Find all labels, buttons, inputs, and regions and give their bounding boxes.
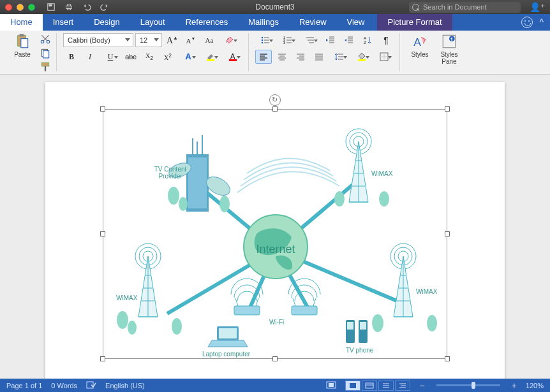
align-right-icon[interactable]	[292, 50, 309, 64]
bold-button[interactable]: B	[63, 50, 80, 64]
format-painter-icon[interactable]	[40, 61, 51, 73]
focus-mode-icon[interactable]	[326, 381, 336, 390]
diagram-center-label: Internet	[256, 243, 295, 256]
shrink-font-icon[interactable]: A▼	[182, 33, 199, 47]
search-input[interactable]: Search in Document	[409, 2, 521, 13]
styles-pane-button[interactable]: ¶ Styles Pane	[436, 33, 463, 71]
highlight-color-icon[interactable]	[200, 50, 221, 64]
subscript-button[interactable]: X2	[141, 50, 158, 64]
svg-text:¶: ¶	[450, 37, 453, 41]
paste-label: Paste	[14, 51, 31, 58]
outline-view-icon[interactable]	[378, 381, 394, 391]
strikethrough-button[interactable]: abc	[123, 50, 139, 64]
cut-icon[interactable]	[40, 33, 51, 45]
font-size-select[interactable]: 12	[135, 33, 162, 47]
zoom-percent[interactable]: 120%	[526, 382, 544, 389]
diagram-label-tvphone: TV phone	[346, 347, 373, 354]
svg-point-54	[219, 196, 230, 212]
zoom-slider[interactable]	[436, 384, 500, 386]
diagram-label-wifi: Wi-Fi	[269, 319, 284, 326]
tab-mailings[interactable]: Mailings	[238, 14, 289, 31]
borders-icon[interactable]	[374, 50, 394, 64]
rotate-handle[interactable]	[269, 94, 281, 106]
align-left-icon[interactable]	[255, 50, 272, 64]
group-font: Calibri (Body) 12 A▲ A▼ Aa A B I U abc X…	[58, 33, 249, 71]
draft-view-icon[interactable]	[395, 381, 410, 391]
increase-indent-icon[interactable]	[341, 33, 357, 47]
copy-icon[interactable]	[40, 47, 51, 59]
status-language[interactable]: English (US)	[105, 382, 145, 389]
tab-view[interactable]: View	[337, 14, 375, 31]
tab-references[interactable]: References	[175, 14, 238, 31]
svg-rect-12	[41, 62, 48, 66]
grow-font-icon[interactable]: A▲	[164, 33, 181, 47]
decrease-indent-icon[interactable]	[322, 33, 339, 47]
zoom-in-button[interactable]: +	[512, 381, 517, 391]
diagram-label-wimax-bl: WiMAX	[116, 294, 137, 301]
quick-access-toolbar	[45, 1, 110, 13]
svg-text:Z: Z	[364, 41, 366, 45]
document-canvas[interactable]: Internet	[0, 75, 550, 379]
line-spacing-icon[interactable]	[329, 50, 350, 64]
web-layout-view-icon[interactable]	[362, 381, 377, 391]
svg-point-56	[128, 321, 137, 335]
italic-button[interactable]: I	[82, 50, 98, 64]
spellcheck-icon[interactable]	[86, 381, 96, 391]
window-controls	[5, 4, 35, 11]
svg-rect-1	[49, 4, 52, 7]
align-center-icon[interactable]	[274, 50, 290, 64]
svg-rect-11	[43, 51, 49, 58]
ribbon: Paste Calibri (Body) 12 A▲ A▼ Aa A B I U…	[0, 31, 550, 75]
svg-rect-17	[229, 59, 237, 61]
svg-rect-3	[67, 4, 70, 6]
svg-rect-69	[219, 328, 237, 338]
svg-rect-65	[292, 306, 317, 315]
titlebar: Document3 Search in Document 👤⁺	[0, 0, 550, 14]
save-icon[interactable]	[45, 1, 57, 13]
tab-review[interactable]: Review	[289, 14, 337, 31]
svg-rect-71	[347, 322, 353, 330]
collapse-ribbon-icon[interactable]: ^	[539, 17, 544, 27]
clear-formatting-icon[interactable]: A	[219, 33, 240, 47]
bullets-icon[interactable]	[255, 33, 276, 47]
minimize-window[interactable]	[17, 4, 24, 11]
numbering-icon[interactable]: 123	[278, 33, 298, 47]
selected-picture[interactable]: Internet	[103, 109, 447, 359]
zoom-out-button[interactable]: −	[419, 381, 424, 391]
font-name-select[interactable]: Calibri (Body)	[63, 33, 133, 47]
show-marks-icon[interactable]: ¶	[378, 33, 394, 47]
svg-point-53	[179, 197, 188, 211]
status-word-count[interactable]: 0 Words	[51, 382, 77, 389]
print-icon[interactable]	[63, 1, 75, 13]
print-layout-view-icon[interactable]	[345, 381, 360, 391]
superscript-button[interactable]: X2	[160, 50, 176, 64]
redo-icon[interactable]	[99, 1, 110, 13]
change-case-icon[interactable]: Aa	[201, 33, 218, 47]
tab-layout[interactable]: Layout	[130, 14, 175, 31]
network-diagram: Internet	[103, 110, 447, 358]
zoom-window[interactable]	[28, 4, 35, 11]
tab-home[interactable]: Home	[0, 14, 43, 31]
svg-rect-49	[188, 157, 207, 208]
svg-point-20	[262, 42, 264, 44]
tab-design[interactable]: Design	[84, 14, 130, 31]
styles-button[interactable]: A Styles	[406, 33, 433, 71]
feedback-icon[interactable]	[521, 17, 533, 28]
tab-insert[interactable]: Insert	[43, 14, 84, 31]
font-color-icon[interactable]: A	[223, 50, 243, 64]
paste-button[interactable]: Paste	[9, 33, 36, 58]
tab-picture-format[interactable]: Picture Format	[377, 14, 452, 31]
svg-point-55	[117, 311, 128, 329]
status-page[interactable]: Page 1 of 1	[6, 382, 42, 389]
close-window[interactable]	[5, 4, 12, 11]
svg-point-57	[172, 318, 182, 335]
shading-icon[interactable]	[352, 50, 372, 64]
undo-icon[interactable]	[81, 1, 93, 13]
share-icon[interactable]: 👤⁺	[530, 2, 545, 12]
text-effects-icon[interactable]: A	[178, 50, 198, 64]
group-paragraph: 123 AZ ¶	[250, 33, 400, 71]
underline-button[interactable]: U	[100, 50, 121, 64]
justify-icon[interactable]	[311, 50, 327, 64]
multilevel-list-icon[interactable]	[300, 33, 320, 47]
sort-icon[interactable]: AZ	[359, 33, 376, 47]
